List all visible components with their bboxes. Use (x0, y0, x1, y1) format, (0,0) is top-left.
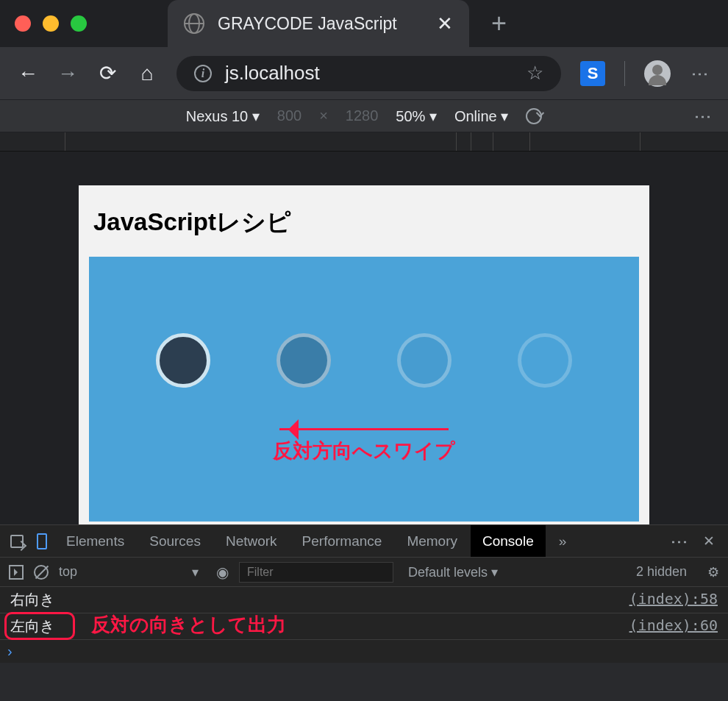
forward-button[interactable]: → (57, 62, 78, 85)
touch-trail-dot (518, 333, 572, 388)
swipe-canvas[interactable]: 反対方向へスワイプ (89, 257, 639, 522)
device-selector[interactable]: Nexus 10 ▾ (186, 107, 260, 125)
tab-elements[interactable]: Elements (54, 525, 136, 557)
network-throttle[interactable]: Online ▾ (454, 107, 508, 125)
url-text: js.localhost (225, 62, 513, 85)
viewport-height[interactable]: 1280 (346, 107, 379, 124)
dimension-separator: × (319, 107, 328, 124)
console-source-link[interactable]: (index):60 (629, 616, 718, 636)
tab-memory[interactable]: Memory (395, 525, 469, 557)
tab-performance[interactable]: Performance (290, 525, 394, 557)
device-bar-menu[interactable]: ⋮ (693, 108, 713, 124)
console-filter-input[interactable] (239, 562, 393, 583)
devtools-menu-button[interactable]: ⋮ (669, 533, 690, 549)
context-selector[interactable]: top▾ (59, 564, 206, 580)
rotate-icon[interactable] (523, 104, 546, 127)
tab-network[interactable]: Network (214, 525, 289, 557)
inspect-element-button[interactable] (4, 535, 29, 548)
execution-context-icon[interactable] (9, 565, 24, 580)
touch-trail-dot (276, 333, 331, 388)
address-bar[interactable]: i js.localhost ☆ (176, 56, 561, 91)
log-levels-selector[interactable]: Default levels ▾ (408, 564, 498, 580)
window-titlebar: GRAYCODE JavaScript ✕ + (0, 0, 728, 47)
tab-sources[interactable]: Sources (138, 525, 213, 557)
close-tab-button[interactable]: ✕ (437, 13, 453, 35)
devtools-panel: Elements Sources Network Performance Mem… (0, 524, 728, 663)
console-toolbar: top▾ ◉ Default levels ▾ 2 hidden ⚙ (0, 558, 728, 587)
emulated-viewport: JavaScriptレシピ 反対方向へスワイプ (0, 152, 728, 524)
traffic-lights (15, 15, 87, 32)
clear-console-button[interactable] (34, 565, 49, 580)
new-tab-button[interactable]: + (491, 8, 507, 39)
globe-icon (184, 13, 204, 34)
console-message: 左向き (10, 616, 54, 636)
console-prompt[interactable]: › (0, 640, 728, 663)
console-source-link[interactable]: (index):58 (629, 590, 718, 610)
more-tabs-button[interactable]: » (547, 525, 579, 557)
tab-console[interactable]: Console (471, 525, 546, 557)
device-toggle-button[interactable] (31, 533, 53, 549)
live-expression-button[interactable]: ◉ (216, 563, 229, 581)
touch-trail-dot (397, 333, 452, 388)
toolbar-divider (624, 61, 625, 86)
console-line: 右向き (index):58 (0, 587, 728, 613)
touch-trail-dot (156, 333, 210, 388)
close-devtools-button[interactable]: ✕ (703, 533, 715, 549)
minimize-window-button[interactable] (43, 15, 59, 32)
back-button[interactable]: ← (18, 62, 38, 85)
hidden-count[interactable]: 2 hidden (636, 564, 687, 580)
ruler (0, 132, 728, 152)
reload-button[interactable]: ⟳ (97, 61, 118, 85)
profile-avatar[interactable] (644, 60, 671, 87)
extension-icon[interactable]: S (580, 61, 605, 86)
device-toggle-icon (37, 533, 47, 549)
home-button[interactable]: ⌂ (137, 62, 157, 85)
device-emulation-bar: Nexus 10 ▾ 800 × 1280 50% ▾ Online ▾ ⋮ (0, 100, 728, 132)
bookmark-star-icon[interactable]: ☆ (527, 62, 543, 85)
annotation-output-label: 反対の向きとして出力 (91, 612, 286, 638)
rendered-page: JavaScriptレシピ 反対方向へスワイプ (79, 185, 649, 524)
tab-title: GRAYCODE JavaScript (218, 14, 424, 34)
console-settings-button[interactable]: ⚙ (707, 564, 719, 580)
browser-tab[interactable]: GRAYCODE JavaScript ✕ (168, 0, 469, 47)
maximize-window-button[interactable] (71, 15, 87, 32)
annotation-swipe-label: 反対方向へスワイプ (273, 438, 455, 464)
inspect-icon (10, 535, 24, 548)
browser-toolbar: ← → ⟳ ⌂ i js.localhost ☆ S ⋮ (0, 47, 728, 100)
annotation-swipe: 反対方向へスワイプ (273, 428, 455, 464)
page-heading: JavaScriptレシピ (93, 206, 639, 239)
close-window-button[interactable] (15, 15, 31, 32)
zoom-selector[interactable]: 50% ▾ (396, 107, 437, 125)
browser-menu-button[interactable]: ⋮ (690, 65, 710, 82)
arrow-left-icon (279, 428, 449, 430)
site-info-icon[interactable]: i (194, 65, 212, 82)
console-message: 右向き (10, 590, 54, 610)
devtools-tabs: Elements Sources Network Performance Mem… (0, 525, 728, 558)
viewport-width[interactable]: 800 (277, 107, 301, 124)
